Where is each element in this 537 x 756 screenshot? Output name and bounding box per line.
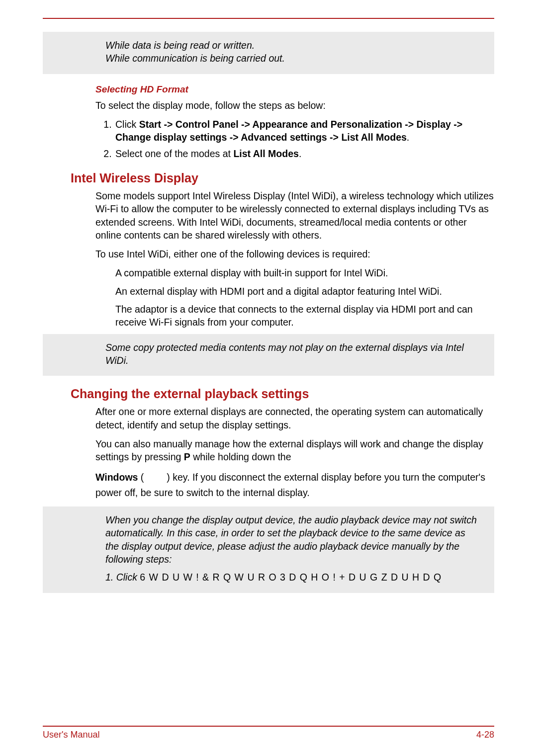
bold-text: P [184,451,190,462]
bold-text: List All Modes [233,148,298,159]
text: Select one of the modes at [115,148,233,159]
bold-text: Windows [95,472,138,483]
note-box-widi: Some copy protected media contents may n… [43,334,494,376]
text: 1. Click [105,572,140,583]
heading-intel-widi: Intel Wireless Display [71,171,494,185]
bullet-item: An external display with HDMI port and a… [115,285,494,298]
text: ) key. If you disconnect the external di… [95,472,485,498]
note-text: Some copy protected media contents may n… [105,342,464,366]
bullet-item: A compatible external display with built… [115,266,494,279]
paragraph: To select the display mode, follow the s… [95,99,494,112]
bullet-item: The adaptor is a device that connects to… [115,303,494,329]
bullet-block: A compatible external display with built… [95,266,494,329]
footer: User's Manual 4-28 [43,726,494,740]
ordered-steps: Click Start -> Control Panel -> Appearan… [95,118,494,160]
text: while holding down the [190,451,291,462]
paragraph: You can also manually manage how the ext… [95,437,494,464]
note-box-playback: When you change the display output devic… [43,506,494,593]
subheading-selecting-hd: Selecting HD Format [95,84,494,95]
note-box-top: While data is being read or written. Whi… [43,32,494,74]
note-paragraph: When you change the display output devic… [105,513,480,566]
top-rule [43,18,494,19]
content-column: While data is being read or written. Whi… [43,32,494,160]
note-line: While communication is being carried out… [105,52,480,65]
playback-block: After one or more external displays are … [43,405,494,592]
page: While data is being read or written. Whi… [0,0,537,756]
paragraph: After one or more external displays are … [95,405,494,431]
text: . [407,132,409,143]
text: ( [138,472,144,483]
step-item: Click Start -> Control Panel -> Appearan… [114,118,494,144]
heading-playback: Changing the external playback settings [71,387,494,401]
footer-right: 4-28 [476,730,494,740]
text: . [299,148,301,159]
note-step: 1. Click 6 W D U W ! & R Q W U R O 3 D Q… [105,571,480,584]
garbled-text: 6 W D U W ! & R Q W U R O 3 D Q H O ! + … [140,572,442,583]
footer-left: User's Manual [43,730,99,740]
paragraph: Some models support Intel Wireless Displ… [95,189,494,242]
paragraph: Windows () key. If you disconnect the ex… [95,470,494,501]
text: Click [115,119,139,130]
paragraph: To use Intel WiDi, either one of the fol… [95,248,494,260]
step-item: Select one of the modes at List All Mode… [114,147,494,160]
widi-block: Some models support Intel Wireless Displ… [43,189,494,376]
note-line: While data is being read or written. [105,39,480,52]
bold-text: Start -> Control Panel -> Appearance and… [115,119,462,143]
